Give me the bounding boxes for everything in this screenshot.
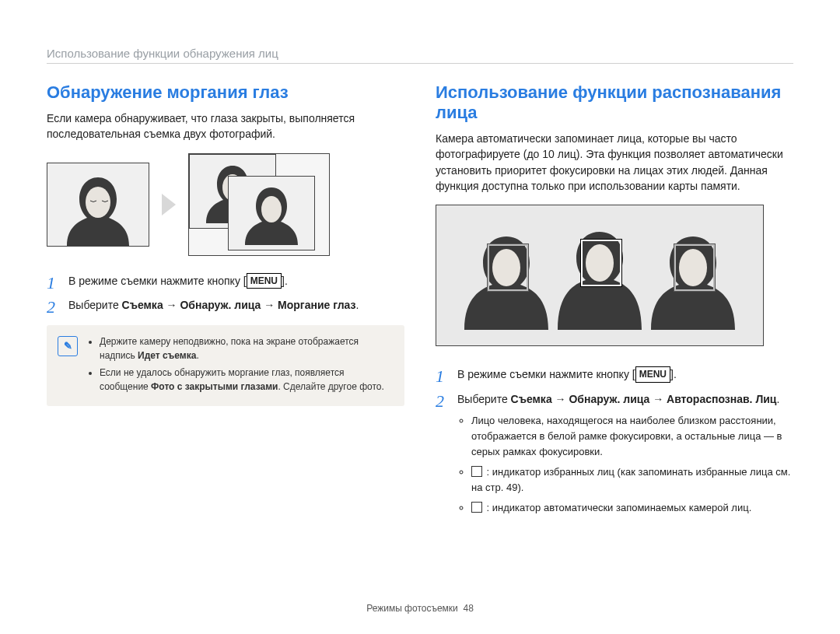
page-footer: Режимы фотосъемки 48 (0, 603, 840, 614)
two-column-layout: Обнаружение моргания глаз Если камера об… (47, 82, 793, 527)
svg-point-5 (261, 196, 282, 222)
step-text: В режиме съемки нажмите кнопку [ (68, 275, 247, 287)
favorite-face-icon (471, 466, 482, 477)
step-text: ]. (282, 275, 288, 287)
right-intro: Камера автоматически запоминает лица, ко… (436, 131, 793, 194)
sub-item: : индикатор избранных лиц (как запоминат… (471, 464, 793, 496)
step-text: Выберите (457, 393, 511, 405)
left-heading: Обнаружение моргания глаз (47, 82, 404, 103)
note-list: Держите камеру неподвижно, пока на экран… (87, 335, 394, 394)
note-bold: Идет съемка (138, 350, 196, 361)
chapter-divider (47, 63, 793, 64)
chapter-title: Использование функции обнаружения лиц (47, 47, 793, 60)
burst-photo-2 (228, 176, 315, 250)
right-steps: В режиме съемки нажмите кнопку [MENU]. В… (436, 366, 793, 516)
face-box-grey (674, 244, 715, 291)
left-column: Обнаружение моргания глаз Если камера об… (47, 82, 404, 527)
step-text: Выберите (68, 299, 122, 311)
note-text: . (196, 350, 198, 361)
arrow-right-icon (162, 194, 176, 215)
right-sublist: Лицо человека, находящегося на наиболее … (457, 413, 793, 517)
step-text: . (356, 299, 359, 311)
step-text: В режиме съемки нажмите кнопку [ (457, 368, 635, 380)
left-intro: Если камера обнаруживает, что глаза закр… (47, 110, 404, 142)
auto-face-icon (471, 502, 482, 513)
sub-text: : индикатор избранных лиц (как запоминат… (471, 466, 790, 493)
left-steps: В режиме съемки нажмите кнопку [MENU]. В… (47, 273, 404, 314)
step-text: . (776, 393, 779, 405)
note-item: Если не удалось обнаружить моргание глаз… (100, 366, 394, 394)
sub-item: : индикатор автоматически запоминаемых к… (471, 500, 793, 516)
menu-button-label: MENU (635, 366, 670, 383)
sub-text: : индикатор автоматически запоминаемых к… (484, 502, 751, 513)
blink-illustration-row (47, 153, 404, 256)
footer-page-number: 48 (463, 603, 473, 614)
right-column: Использование функции распознавания лица… (436, 82, 793, 527)
face-box-grey (488, 244, 528, 291)
step-bold: Съемка → Обнаруж. лица → Автораспознав. … (511, 393, 777, 405)
photo-eyes-closed (47, 163, 149, 247)
footer-section: Режимы фотосъемки (366, 603, 458, 614)
note-bold: Фото с закрытыми глазами (151, 381, 278, 392)
photo-burst-pair (188, 153, 330, 256)
note-box: ✎ Держите камеру неподвижно, пока на экр… (47, 325, 404, 406)
sub-item: Лицо человека, находящегося на наиболее … (471, 413, 793, 460)
left-step-2: Выберите Съемка → Обнаруж. лица → Морган… (47, 297, 404, 314)
right-step-2: Выберите Съемка → Обнаруж. лица → Автора… (436, 391, 793, 517)
right-step-1: В режиме съемки нажмите кнопку [MENU]. (436, 366, 793, 384)
svg-point-1 (86, 187, 110, 218)
person-silhouette-icon (47, 163, 149, 246)
face-box-white (581, 240, 621, 286)
left-step-1: В режиме съемки нажмите кнопку [MENU]. (47, 273, 404, 290)
note-text: . Сделайте другое фото. (278, 381, 383, 392)
note-icon: ✎ (58, 336, 78, 356)
step-text: ]. (670, 368, 677, 380)
note-item: Держите камеру неподвижно, пока на экран… (100, 335, 394, 363)
face-recognition-photo (436, 205, 764, 346)
right-heading: Использование функции распознавания лица (436, 82, 793, 123)
menu-button-label: MENU (247, 273, 282, 289)
step-bold: Съемка → Обнаруж. лица → Моргание глаз (122, 299, 356, 311)
